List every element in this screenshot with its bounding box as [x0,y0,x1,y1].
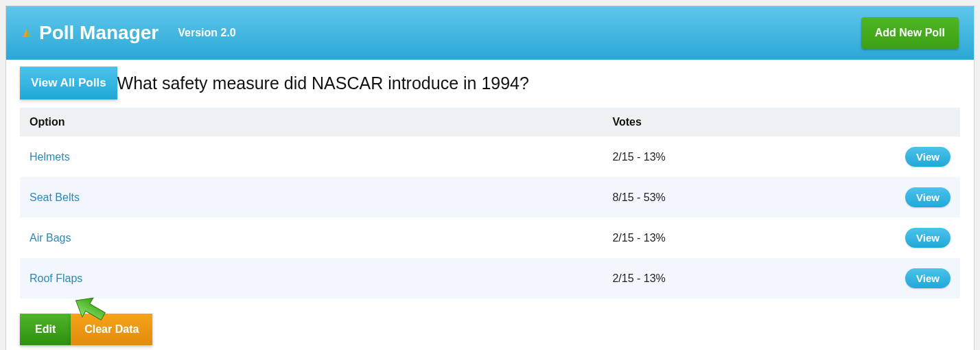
table-row: Helmets2/15 - 13%View [20,137,960,177]
option-votes: 8/15 - 53% [603,177,819,218]
view-option-button[interactable]: View [905,187,950,207]
content-area: View All Polls What safety measure did N… [6,60,974,350]
option-votes: 2/15 - 13% [603,258,819,299]
table-row: Air Bags2/15 - 13%View [20,218,960,258]
view-option-button[interactable]: View [905,228,950,248]
app-title: Poll Manager [39,22,159,44]
app-version: Version 2.0 [178,27,236,39]
table-row: Seat Belts8/15 - 53%View [20,177,960,218]
app-logo-icon [21,27,32,38]
option-link[interactable]: Seat Belts [30,191,80,203]
view-option-button[interactable]: View [905,147,950,167]
header-action [819,108,960,137]
option-votes: 2/15 - 13% [603,218,819,258]
view-option-button[interactable]: View [905,268,950,288]
header-bar: Poll Manager Version 2.0 Add New Poll [6,6,974,60]
header-option: Option [20,108,603,137]
option-link[interactable]: Air Bags [30,232,71,244]
option-link[interactable]: Helmets [30,151,70,163]
poll-question: What safety measure did NASCAR introduce… [117,73,529,93]
table-row: Roof Flaps2/15 - 13%View [20,258,960,299]
view-all-polls-button[interactable]: View All Polls [20,67,117,100]
poll-manager-panel: Poll Manager Version 2.0 Add New Poll Vi… [5,5,975,350]
option-votes: 2/15 - 13% [603,137,819,177]
add-new-poll-button[interactable]: Add New Poll [861,17,959,49]
option-link[interactable]: Roof Flaps [30,272,82,284]
options-table: Option Votes Helmets2/15 - 13%ViewSeat B… [20,108,960,299]
header-votes: Votes [603,108,819,137]
clear-data-button[interactable]: Clear Data [71,314,152,345]
actions-row: Edit Clear Data [20,314,960,345]
title-row: View All Polls What safety measure did N… [20,67,960,100]
edit-button[interactable]: Edit [20,314,71,345]
